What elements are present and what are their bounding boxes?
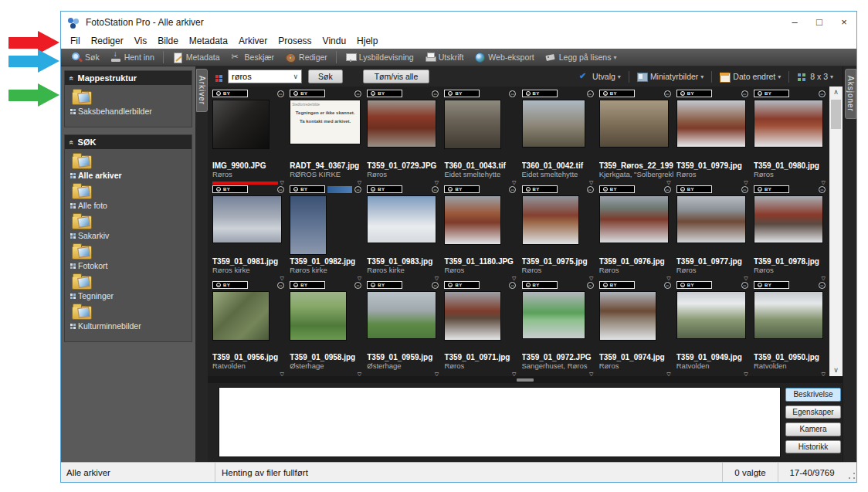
thumbnail-cell[interactable]: ccBYccT359_01_0983.jpgRøros kirke▽	[367, 185, 441, 280]
thumbnail-cell[interactable]: ccBYccT359_01_0729.JPGRøros▽	[367, 89, 441, 185]
menu-item-fil[interactable]: Fil	[65, 36, 86, 46]
toolbar-button-metadata[interactable]: Metadata	[167, 49, 225, 66]
toolbar-button-legg-pa-lisens[interactable]: Legg på lisens▾	[540, 49, 622, 66]
search-combobox[interactable]: ∨	[228, 70, 302, 83]
menu-item-arkiver[interactable]: Arkiver	[233, 36, 273, 46]
photo-thumbnail[interactable]	[754, 291, 823, 339]
thumbnail-cell[interactable]: ccBYccT359_01_0972.JPGSangerhuset, Røros…	[522, 280, 596, 376]
thumbnail-cell[interactable]: ccBYccT359_01_0978.jpgRøros▽	[754, 185, 828, 280]
search-button[interactable]: Søk	[308, 70, 343, 83]
menu-item-hjelp[interactable]: Hjelp	[351, 36, 383, 46]
thumbnail-cell[interactable]: ccBYccT359_01_0958.jpgØsterhage▽	[290, 280, 364, 376]
close-button[interactable]: ×	[832, 12, 856, 32]
view-control-miniatyrbilder[interactable]: Miniatyrbilder▾	[632, 72, 708, 82]
scrollbar-thumb[interactable]	[831, 100, 841, 129]
sidebar-item-tegninger[interactable]: Tegninger	[70, 276, 187, 300]
thumbnail-cell[interactable]: ccBYccT359_01_0959.jpgØsterhage▽	[367, 280, 441, 376]
thumbnail-cell[interactable]: ccBYccT359_01_1180.JPGRøros▽	[444, 185, 518, 280]
photo-thumbnail[interactable]	[599, 291, 656, 341]
resize-grip[interactable]	[846, 463, 856, 482]
clear-show-all-button[interactable]: Tøm/vis alle	[363, 70, 430, 83]
menu-item-bilde[interactable]: Bilde	[152, 36, 184, 46]
description-field[interactable]	[219, 387, 781, 457]
sidebar-item-alle-foto[interactable]: Alle foto	[70, 185, 187, 210]
tab-aksjoner[interactable]: Aksjoner	[845, 69, 856, 119]
panel-header[interactable]: « Mappestruktur	[65, 71, 192, 85]
search-input[interactable]	[229, 72, 290, 81]
view-control-8-x-3[interactable]: 8 x 3▾	[792, 72, 838, 82]
sidebar-item-alle-arkiver[interactable]: Alle arkiver	[70, 155, 187, 180]
thumbnail-cell[interactable]: ccBYccT359_01_0975.jpgRøros▽	[522, 185, 596, 280]
thumbnail-cell[interactable]: ccBYccT359_01_0977.jpgRøros▽	[676, 185, 751, 280]
tab-arkiver[interactable]: Arkiver	[196, 69, 208, 112]
chevron-down-icon[interactable]: ∨	[290, 73, 301, 80]
thumbnail-cell[interactable]: ccBYccT359_01_0981.jpgRøros kirke▽	[212, 185, 287, 280]
menu-item-vis[interactable]: Vis	[129, 36, 152, 46]
thumbnail-cell[interactable]: ccBYccT360_01_0042.tifEidet smeltehytte▽	[522, 89, 596, 185]
photo-thumbnail[interactable]	[522, 100, 585, 148]
tab-egenskaper[interactable]: Egenskaper	[785, 405, 841, 419]
toolbar-button-sok[interactable]: Søk	[66, 49, 105, 66]
menu-item-metadata[interactable]: Metadata	[184, 36, 233, 46]
photo-thumbnail[interactable]	[522, 195, 579, 245]
photo-thumbnail[interactable]	[367, 291, 436, 339]
photo-thumbnail[interactable]: StedfortrederbildeTegningen er ikke skan…	[290, 100, 361, 144]
thumbnail-cell[interactable]: ccBYccIMG_9900.JPGRøros▽	[212, 89, 287, 185]
tab-beskrivelse[interactable]: Beskrivelse	[785, 388, 841, 402]
scroll-up-icon[interactable]: ∧	[829, 87, 843, 98]
photo-thumbnail[interactable]	[444, 291, 501, 341]
photo-thumbnail[interactable]	[367, 100, 436, 148]
photo-thumbnail[interactable]	[676, 291, 746, 339]
photo-thumbnail[interactable]	[212, 291, 270, 341]
thumbnail-cell[interactable]: ccBYccStedfortrederbildeTegningen er ikk…	[290, 89, 364, 185]
scroll-down-icon[interactable]: ∨	[829, 365, 843, 376]
view-control-utvalg[interactable]: Utvalg▾	[575, 72, 626, 82]
thumbnail-cell[interactable]: ccBYccT360_01_0043.tifEidet smeltehytte▽	[444, 89, 518, 185]
tab-kamera[interactable]: Kamera	[785, 422, 841, 436]
splitter-handle[interactable]	[208, 376, 843, 383]
toolbar-button-web-eksport[interactable]: Web-eksport	[469, 49, 539, 66]
sidebar-item-fotokort[interactable]: Fotokort	[70, 246, 187, 270]
photo-thumbnail[interactable]	[754, 100, 823, 148]
photo-thumbnail[interactable]	[212, 195, 282, 243]
photo-thumbnail[interactable]	[754, 195, 823, 243]
thumbnail-cell[interactable]: ccBYccT359_01_0976.jpgRøros▽	[599, 185, 673, 280]
maximize-button[interactable]: □	[807, 12, 832, 32]
toolbar-button-hent-inn[interactable]: Hent inn	[105, 49, 160, 66]
toolbar-button-beskjaer[interactable]: Beskjær	[225, 49, 280, 66]
thumbnail-cell[interactable]: ccBYccT359_01_0971.jpgRøros▽	[444, 280, 518, 376]
view-control-dato-endret[interactable]: Dato endret▾	[715, 72, 785, 82]
photo-thumbnail[interactable]	[676, 195, 746, 243]
panel-header[interactable]: « SØK	[65, 135, 192, 149]
photo-thumbnail[interactable]	[367, 195, 436, 243]
thumbnail-cell[interactable]: ccBYccT359_01_0979.jpgRøros▽	[676, 89, 751, 185]
photo-thumbnail[interactable]	[290, 291, 347, 341]
thumbnail-cell[interactable]: ccBYccT359_01_0956.jpgRatvolden▽	[212, 280, 287, 376]
sidebar-item-saksbehandlerbilder[interactable]: Saksbehandlerbilder	[70, 91, 187, 116]
thumbnail-cell[interactable]: ccBYccT359_01_0950.jpgRatvolden▽	[754, 280, 828, 376]
photo-thumbnail[interactable]	[676, 100, 746, 148]
menu-item-prosess[interactable]: Prosess	[273, 36, 317, 46]
menu-item-rediger[interactable]: Rediger	[86, 36, 129, 46]
toolbar-button-rediger[interactable]: Rediger	[280, 49, 333, 66]
photo-thumbnail[interactable]	[212, 100, 270, 149]
toolbar-button-utskrift[interactable]: Utskrift	[419, 49, 470, 66]
photo-thumbnail[interactable]	[522, 291, 585, 339]
sidebar-item-sakarkiv[interactable]: Sakarkiv	[70, 215, 187, 240]
photo-thumbnail[interactable]	[444, 100, 501, 149]
tab-historikk[interactable]: Historikk	[785, 440, 841, 454]
vertical-scrollbar[interactable]: ∧ ∨	[829, 87, 843, 376]
thumbnail-cell[interactable]: ccBYccT359_01_0974.jpgRøros▽	[599, 280, 673, 376]
photo-thumbnail[interactable]	[444, 195, 501, 245]
toolbar-button-lysbildevisning[interactable]: Lysbildevisning	[340, 49, 419, 66]
thumbnail-cell[interactable]: ccBYccT359_01_0980.jpgRøros▽	[754, 89, 828, 185]
sidebar-item-kulturminnebilder[interactable]: Kulturminnebilder	[70, 306, 187, 331]
thumbnail-cell[interactable]: ccBYccT359_01_0982.jpgRøros kirke▽	[290, 185, 364, 280]
menu-item-vindu[interactable]: Vindu	[317, 36, 351, 46]
photo-thumbnail[interactable]	[599, 195, 669, 243]
thumbnail-cell[interactable]: ccBYccT359_01_0949.jpgRatvolden▽	[676, 280, 751, 376]
thumbnail-cell[interactable]: ccBYccT359_Røros_22_1999.tifKjerkgata, "…	[599, 89, 673, 185]
minimize-button[interactable]: –	[782, 12, 807, 32]
photo-thumbnail[interactable]	[290, 195, 327, 255]
photo-thumbnail[interactable]	[599, 100, 669, 148]
